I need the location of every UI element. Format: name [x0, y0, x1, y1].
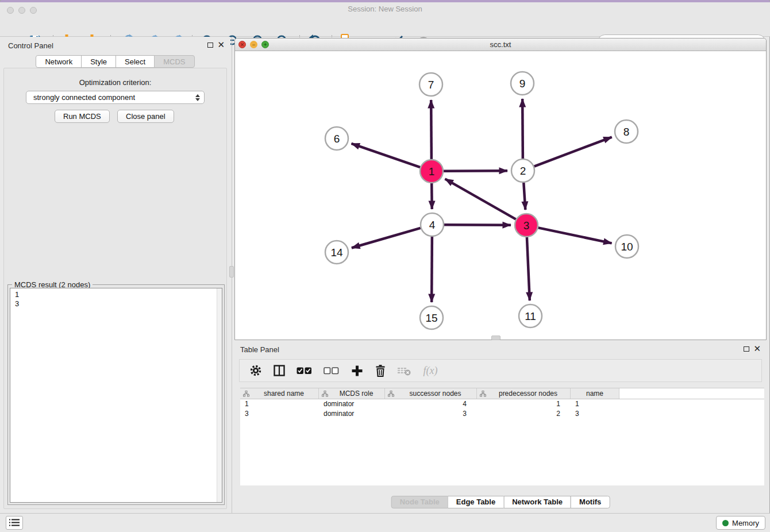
table-cell-predecessor-nodes[interactable]: 2 — [477, 409, 571, 419]
mcds-result-line: 1 — [10, 290, 222, 299]
table-tab-motifs[interactable]: Motifs — [571, 496, 610, 508]
gear-icon — [249, 364, 262, 377]
titlebar: Session: New Session — [0, 2, 770, 16]
criterion-select-value: strongly connected component — [26, 93, 194, 102]
control-tab-style[interactable]: Style — [81, 55, 116, 68]
column-header-label: name — [571, 390, 619, 398]
graph-edge-4-14[interactable] — [352, 228, 421, 248]
table-tabs: Node TableEdge TableNetwork TableMotifs — [391, 496, 610, 508]
table-cell-name[interactable]: 3 — [571, 409, 619, 419]
table-panel: Table Panel ✕ — [234, 343, 767, 511]
column-settings-gear-button[interactable] — [249, 364, 263, 377]
network-window-title: scc.txt — [235, 38, 766, 51]
control-panel-tabs: NetworkStyleSelectMCDS — [0, 55, 230, 68]
criterion-select[interactable]: strongly connected component — [26, 91, 205, 104]
node-table: shared nameMCDS rolesuccessor nodesprede… — [240, 388, 764, 485]
column-header-name[interactable]: name — [571, 388, 619, 399]
table-row[interactable]: 3dominator323 — [240, 409, 764, 419]
select-stepper-icon — [194, 94, 204, 101]
control-panel: Control Panel ✕ NetworkStyleSelectMCDS O… — [0, 37, 230, 513]
graph-edge-3-10[interactable] — [538, 228, 612, 243]
graph-node-label: 8 — [623, 126, 630, 138]
network-view-window: scc.txt ✕ − ＋ 7968124314101511 — [234, 38, 767, 340]
table-cell-MCDS-role[interactable]: dominator — [319, 399, 385, 409]
graph-node-label: 7 — [428, 79, 434, 91]
table-cell-MCDS-role[interactable]: dominator — [319, 409, 385, 419]
deselect-all-button[interactable] — [323, 364, 340, 377]
add-row-button[interactable] — [350, 364, 364, 377]
optimization-criterion-label: Optimization criterion: — [4, 78, 226, 87]
control-panel-close-icon[interactable]: ✕ — [217, 42, 225, 48]
trash-icon — [375, 364, 386, 377]
table-tab-edge-table[interactable]: Edge Table — [448, 496, 504, 508]
graph-edge-1-7[interactable] — [431, 100, 432, 159]
control-panel-title: Control Panel — [8, 41, 53, 50]
select-all-button[interactable] — [296, 364, 313, 377]
memory-status-dot — [722, 520, 729, 526]
graph-edge-4-3[interactable] — [444, 225, 511, 225]
graph-edge-1-2[interactable] — [444, 171, 507, 171]
graph-edge-4-15[interactable] — [432, 237, 432, 302]
table-tab-node-table[interactable]: Node Table — [391, 496, 448, 508]
table-cell-successor-nodes[interactable]: 3 — [385, 409, 477, 419]
control-tab-select[interactable]: Select — [116, 55, 155, 68]
column-header-predecessor-nodes[interactable]: predecessor nodes — [477, 388, 571, 399]
column-header-label: successor nodes — [394, 390, 476, 398]
graph-edge-2-3[interactable] — [523, 183, 525, 210]
application-window: Session: New Session — [0, 0, 770, 532]
show-column-button[interactable] — [272, 364, 286, 377]
control-panel-float-icon[interactable] — [207, 43, 213, 48]
window-title: Session: New Session — [0, 5, 770, 13]
mcds-result-list[interactable]: 13 — [10, 288, 222, 503]
table-header-row: shared nameMCDS rolesuccessor nodesprede… — [240, 388, 764, 399]
column-tree-icon — [388, 391, 394, 397]
columns-icon — [274, 365, 285, 376]
horizontal-splitter-grip[interactable] — [491, 336, 500, 340]
column-header-successor-nodes[interactable]: successor nodes — [385, 388, 477, 399]
table-cell-shared-name[interactable]: 3 — [240, 409, 319, 419]
graph-edge-1-6[interactable] — [352, 144, 421, 167]
run-mcds-button[interactable]: Run MCDS — [55, 110, 110, 123]
table-cell-predecessor-nodes[interactable]: 1 — [477, 399, 571, 409]
table-cell-shared-name[interactable]: 1 — [240, 399, 319, 409]
control-tab-network[interactable]: Network — [36, 55, 82, 68]
table-toolbar: f(x) — [239, 359, 762, 382]
result-scrollbar[interactable] — [217, 288, 222, 502]
control-tab-mcds[interactable]: MCDS — [154, 55, 194, 68]
memory-button[interactable]: Memory — [716, 516, 765, 530]
table-panel-close-icon[interactable]: ✕ — [753, 346, 761, 352]
delete-column-icon — [397, 365, 411, 376]
table-row[interactable]: 1dominator411 — [240, 399, 764, 409]
memory-label: Memory — [732, 519, 759, 527]
table-tab-network-table[interactable]: Network Table — [503, 496, 571, 508]
table-cell-successor-nodes[interactable]: 4 — [385, 399, 477, 409]
column-header-MCDS-role[interactable]: MCDS role — [319, 388, 385, 399]
network-maximize-button[interactable]: ＋ — [261, 41, 269, 48]
vertical-splitter-grip[interactable] — [229, 266, 234, 277]
network-graph: 7968124314101511 — [235, 51, 766, 340]
table-panel-float-icon[interactable] — [744, 346, 749, 352]
select-all-icon — [297, 367, 313, 375]
graph-node-label: 1 — [429, 165, 435, 178]
table-cell-name[interactable]: 1 — [571, 399, 619, 409]
network-canvas[interactable]: 7968124314101511 — [235, 51, 766, 340]
task-history-button[interactable] — [6, 516, 23, 530]
mcds-panel: Optimization criterion: strongly connect… — [3, 68, 227, 509]
network-minimize-button[interactable]: − — [250, 41, 257, 48]
mcds-result-box: MCDS result (2 nodes) 13 — [7, 284, 225, 505]
graph-edge-2-9[interactable] — [522, 99, 523, 159]
graph-edge-2-8[interactable] — [534, 137, 612, 167]
graph-node-label: 9 — [519, 78, 526, 90]
close-panel-button[interactable]: Close panel — [117, 110, 174, 123]
column-header-label: predecessor nodes — [486, 390, 570, 398]
deselect-all-icon — [324, 367, 340, 375]
column-header-shared-name[interactable]: shared name — [240, 388, 319, 399]
graph-edge-3-1[interactable] — [445, 179, 515, 219]
network-close-button[interactable]: ✕ — [238, 41, 246, 48]
graph-edge-3-11[interactable] — [527, 237, 530, 300]
status-bar: Memory — [0, 513, 770, 532]
delete-row-button[interactable] — [374, 364, 387, 377]
column-header-label: MCDS role — [328, 390, 384, 398]
table-panel-title: Table Panel — [240, 345, 279, 354]
graph-node-label: 3 — [523, 219, 530, 232]
